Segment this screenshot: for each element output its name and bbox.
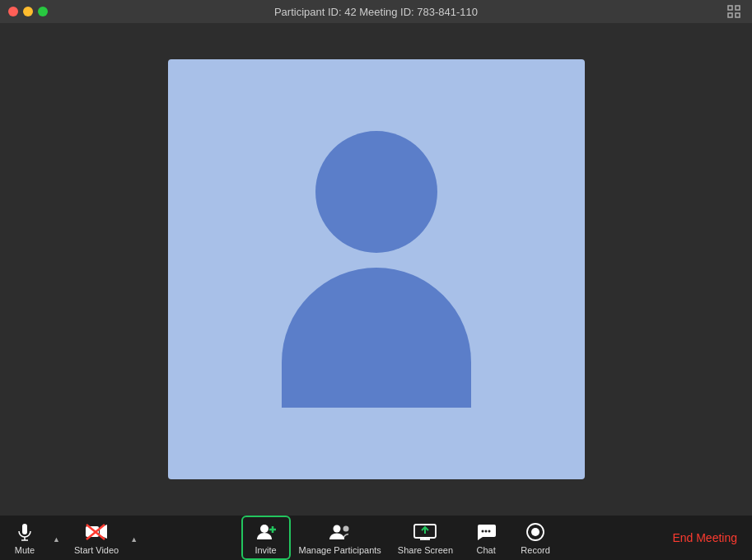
avatar-body: [282, 268, 471, 408]
invite-button[interactable]: Invite: [241, 516, 291, 560]
svg-point-15: [343, 525, 348, 531]
share-screen-icon: [413, 521, 437, 543]
participants-icon: [329, 521, 352, 543]
invite-label: Invite: [255, 545, 276, 555]
svg-rect-0: [728, 6, 732, 10]
video-container: [168, 59, 585, 479]
svg-rect-3: [736, 13, 740, 17]
svg-point-20: [482, 530, 484, 532]
svg-point-14: [333, 525, 340, 532]
minimize-button[interactable]: [23, 7, 33, 16]
fullscreen-button[interactable]: [724, 2, 744, 21]
mute-icon: [15, 521, 35, 543]
avatar-placeholder: [282, 131, 471, 408]
toolbar: Mute ▲ Start Video ▲: [0, 516, 752, 560]
svg-point-21: [485, 530, 488, 532]
chat-button[interactable]: Chat: [461, 516, 511, 560]
video-chevron[interactable]: ▲: [127, 516, 143, 560]
svg-rect-1: [736, 6, 740, 10]
svg-point-11: [260, 525, 269, 533]
close-button[interactable]: [8, 7, 18, 16]
mute-button[interactable]: Mute: [0, 516, 49, 560]
toolbar-center: Invite Manage Participants: [143, 516, 657, 560]
svg-point-24: [531, 528, 539, 536]
chat-label: Chat: [476, 545, 495, 555]
invite-icon: [255, 521, 277, 543]
manage-participants-label: Manage Participants: [299, 545, 381, 555]
video-icon: [85, 521, 108, 543]
end-meeting-button[interactable]: End Meeting: [657, 516, 752, 560]
mute-chevron[interactable]: ▲: [49, 516, 66, 560]
share-screen-label: Share Screen: [398, 545, 453, 555]
record-button[interactable]: Record: [511, 516, 560, 560]
svg-rect-2: [728, 13, 732, 17]
main-content: [0, 23, 752, 516]
chat-icon: [475, 521, 497, 543]
svg-point-22: [488, 530, 491, 532]
end-meeting-label: End Meeting: [672, 531, 737, 544]
traffic-lights: [8, 7, 48, 16]
window-title: Participant ID: 42 Meeting ID: 783-841-1…: [274, 6, 478, 18]
svg-rect-4: [22, 524, 27, 534]
record-icon: [525, 521, 545, 543]
manage-participants-button[interactable]: Manage Participants: [291, 516, 390, 560]
title-bar: Participant ID: 42 Meeting ID: 783-841-1…: [0, 0, 752, 23]
mute-label: Mute: [15, 545, 35, 555]
start-video-button[interactable]: Start Video: [66, 516, 127, 560]
avatar-head: [315, 131, 437, 253]
record-label: Record: [521, 545, 549, 555]
maximize-button[interactable]: [38, 7, 48, 16]
share-screen-button[interactable]: Share Screen: [390, 516, 461, 560]
start-video-label: Start Video: [74, 545, 119, 555]
